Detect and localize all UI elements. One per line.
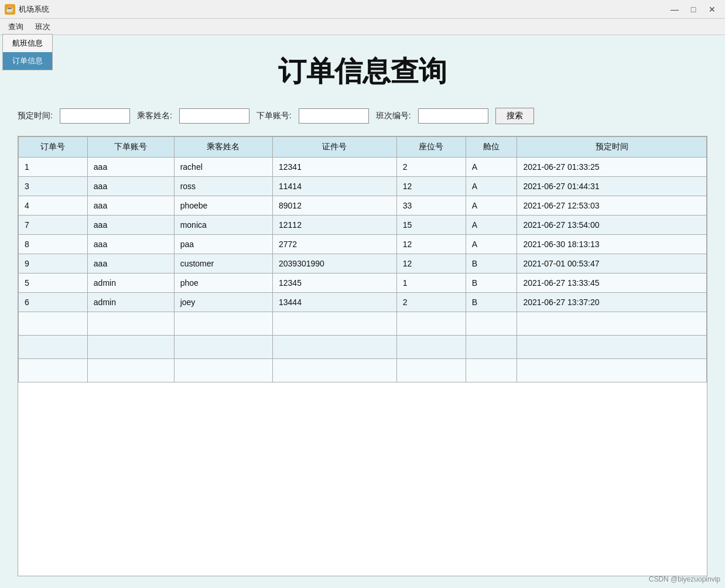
table-cell: 2772 [272, 235, 396, 254]
label-account-no: 下单账号: [257, 111, 292, 121]
table-cell-empty [396, 312, 466, 336]
table-cell: aaa [87, 177, 174, 196]
table-row: 4aaaphoebe8901233A2021-06-27 12:53:03 [19, 196, 707, 216]
title-bar-left: ☕ 机场系统 [5, 4, 49, 15]
col-header-passenger: 乘客姓名 [174, 137, 272, 158]
close-button[interactable]: ✕ [704, 3, 720, 16]
table-cell-empty [272, 336, 396, 359]
table-cell: 1 [19, 158, 88, 177]
order-table-container: 订单号 下单账号 乘客姓名 证件号 座位号 舱位 预定时间 1aaarachel… [18, 136, 707, 576]
table-cell-empty [517, 336, 707, 359]
label-flight-no: 班次编号: [376, 111, 411, 121]
col-header-order-id: 订单号 [19, 137, 88, 158]
table-cell: 8 [19, 235, 88, 254]
table-cell-empty [272, 359, 396, 382]
table-cell-empty [19, 312, 88, 336]
table-row: 6adminjoey134442B2021-06-27 13:37:20 [19, 293, 707, 312]
table-cell-empty [87, 359, 174, 382]
table-cell: aaa [87, 235, 174, 254]
table-cell: 11414 [272, 177, 396, 196]
table-header-row: 订单号 下单账号 乘客姓名 证件号 座位号 舱位 预定时间 [19, 137, 707, 158]
table-cell: 12112 [272, 216, 396, 235]
table-cell: B [466, 293, 517, 312]
menu-item-flight[interactable]: 班次 [29, 20, 56, 34]
table-cell: 7 [19, 216, 88, 235]
maximize-button[interactable]: □ [685, 3, 702, 16]
table-cell: 15 [396, 216, 466, 235]
table-cell-empty [396, 359, 466, 382]
table-cell: 2021-06-27 13:33:45 [517, 274, 707, 293]
table-row-empty [19, 359, 707, 382]
search-input-booking-time[interactable] [60, 108, 130, 124]
table-row: 3aaaross1141412A2021-06-27 01:44:31 [19, 177, 707, 196]
table-cell: 2021-06-27 01:33:25 [517, 158, 707, 177]
window-controls: — □ ✕ [666, 3, 720, 16]
table-cell: 89012 [272, 196, 396, 216]
table-cell: 6 [19, 293, 88, 312]
search-input-account-no[interactable] [299, 108, 369, 124]
table-cell: 2 [396, 293, 466, 312]
table-cell: A [466, 216, 517, 235]
table-cell: 1 [396, 274, 466, 293]
table-cell: B [466, 254, 517, 274]
table-cell: 12341 [272, 158, 396, 177]
table-cell: 2021-06-30 18:13:13 [517, 235, 707, 254]
table-row: 5adminphoe123451B2021-06-27 13:33:45 [19, 274, 707, 293]
menu-item-query[interactable]: 查询 [2, 20, 29, 34]
table-cell: 2021-06-27 13:37:20 [517, 293, 707, 312]
table-cell-empty [272, 312, 396, 336]
table-cell: aaa [87, 254, 174, 274]
table-cell: phoe [174, 274, 272, 293]
table-cell-empty [87, 336, 174, 359]
label-passenger-name: 乘客姓名: [137, 111, 172, 121]
table-cell: 13444 [272, 293, 396, 312]
table-cell: 3 [19, 177, 88, 196]
table-cell: B [466, 274, 517, 293]
table-row: 1aaarachel123412A2021-06-27 01:33:25 [19, 158, 707, 177]
table-cell-empty [174, 312, 272, 336]
table-row-empty [19, 336, 707, 359]
table-cell: phoebe [174, 196, 272, 216]
table-cell: customer [174, 254, 272, 274]
table-cell-empty [466, 312, 517, 336]
col-header-cert: 证件号 [272, 137, 396, 158]
table-cell: 12 [396, 254, 466, 274]
search-button[interactable]: 搜索 [495, 108, 534, 124]
table-cell-empty [466, 359, 517, 382]
page-title: 订单信息查询 [18, 53, 707, 90]
table-body: 1aaarachel123412A2021-06-27 01:33:253aaa… [19, 158, 707, 382]
dropdown-order-info[interactable]: 订单信息 [3, 52, 52, 70]
dropdown-flight-info[interactable]: 航班信息 [3, 35, 52, 52]
order-table: 订单号 下单账号 乘客姓名 证件号 座位号 舱位 预定时间 1aaarachel… [18, 136, 707, 382]
menu-bar: 查询 航班信息 订单信息 班次 [0, 19, 725, 35]
table-cell: 4 [19, 196, 88, 216]
table-cell: joey [174, 293, 272, 312]
table-cell: 9 [19, 254, 88, 274]
table-cell: admin [87, 293, 174, 312]
table-row: 7aaamonica1211215A2021-06-27 13:54:00 [19, 216, 707, 235]
table-row: 8aaapaa277212A2021-06-30 18:13:13 [19, 235, 707, 254]
col-header-seat: 座位号 [396, 137, 466, 158]
table-cell-empty [466, 336, 517, 359]
col-header-time: 预定时间 [517, 137, 707, 158]
table-cell: 2021-06-27 12:53:03 [517, 196, 707, 216]
table-cell: paa [174, 235, 272, 254]
table-cell: 2021-06-27 01:44:31 [517, 177, 707, 196]
table-cell: 12345 [272, 274, 396, 293]
table-cell: admin [87, 274, 174, 293]
table-cell-empty [87, 312, 174, 336]
table-cell-empty [517, 312, 707, 336]
minimize-button[interactable]: — [666, 3, 683, 16]
table-cell: aaa [87, 196, 174, 216]
search-input-passenger-name[interactable] [179, 108, 249, 124]
table-cell: 12 [396, 235, 466, 254]
search-input-flight-no[interactable] [418, 108, 488, 124]
table-cell: 2021-06-27 13:54:00 [517, 216, 707, 235]
table-row: 9aaacustomer203930199012B2021-07-01 00:5… [19, 254, 707, 274]
table-cell: A [466, 235, 517, 254]
table-cell-empty [517, 359, 707, 382]
table-cell: 12 [396, 177, 466, 196]
table-cell: 33 [396, 196, 466, 216]
app-title: 机场系统 [19, 4, 49, 15]
table-cell: 2039301990 [272, 254, 396, 274]
